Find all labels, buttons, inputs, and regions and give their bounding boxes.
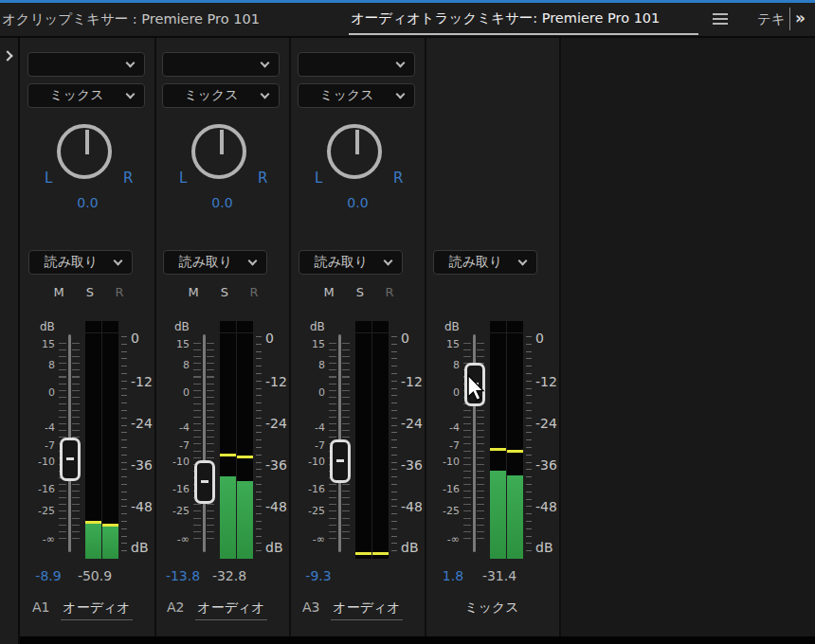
scale-label: -∞ bbox=[28, 532, 55, 547]
tab-audio-clip-mixer[interactable]: オクリップミキサー : Premiere Pro 101 bbox=[2, 10, 260, 28]
pan-knob[interactable] bbox=[57, 124, 112, 179]
track-name[interactable]: ミックス bbox=[444, 599, 539, 619]
effects-rack-collapse-rail bbox=[0, 38, 20, 644]
scale-label: -36 bbox=[131, 456, 153, 474]
volume-value[interactable]: -9.3 bbox=[293, 568, 344, 583]
automation-mode-value: 読み取り bbox=[179, 254, 252, 271]
bottom-scroll-track[interactable] bbox=[20, 636, 815, 644]
scale-label: -7 bbox=[163, 438, 190, 454]
scale-label: -24 bbox=[401, 415, 423, 432]
track-label-row: A3 オーディオ bbox=[291, 599, 425, 622]
scale-label: dB bbox=[401, 539, 419, 556]
meter-ticks bbox=[391, 336, 397, 558]
panel-menu-icon[interactable] bbox=[713, 13, 728, 15]
clip-indicator-left[interactable] bbox=[85, 321, 101, 332]
output-assignment-value: ミックス bbox=[49, 87, 122, 104]
peak-hold-line bbox=[220, 454, 236, 456]
track-name[interactable]: オーディオ bbox=[195, 599, 267, 620]
level-meter-left bbox=[220, 333, 236, 559]
scale-label: 0 bbox=[28, 385, 55, 401]
scale-label: 8 bbox=[299, 358, 325, 373]
record-arm-button[interactable]: R bbox=[115, 285, 123, 299]
level-meter-right bbox=[507, 333, 523, 559]
scale-label: -7 bbox=[433, 438, 460, 454]
scale-label: -10 bbox=[433, 455, 460, 470]
track-label-row: A1 オーディオ bbox=[21, 599, 154, 622]
solo-button[interactable]: S bbox=[86, 285, 94, 299]
clip-indicator-right[interactable] bbox=[507, 321, 523, 332]
track-number: A1 bbox=[32, 599, 49, 615]
fader-handle[interactable] bbox=[194, 460, 215, 504]
clip-indicator-right[interactable] bbox=[237, 321, 253, 332]
solo-button[interactable]: S bbox=[356, 285, 364, 299]
scale-label: -∞ bbox=[433, 532, 460, 547]
meter-ticks bbox=[256, 336, 262, 558]
clip-indicator-left[interactable] bbox=[490, 321, 506, 332]
scale-label: -12 bbox=[401, 373, 423, 390]
scale-label: -48 bbox=[535, 498, 557, 515]
automation-mode-value: 読み取り bbox=[449, 254, 522, 271]
clip-indicator-left[interactable] bbox=[220, 321, 236, 332]
scale-label: -∞ bbox=[299, 532, 325, 547]
fader-scale-labels: 1580-4-7-10-16-25-∞ bbox=[299, 38, 325, 636]
scale-label: -36 bbox=[535, 456, 557, 474]
automation-mode-value: 読み取り bbox=[315, 254, 388, 271]
scale-label: -10 bbox=[28, 455, 55, 470]
peak-hold-line bbox=[507, 450, 523, 453]
scale-label: -4 bbox=[433, 420, 460, 436]
scale-label: 15 bbox=[163, 337, 190, 352]
peak-value: -32.8 bbox=[201, 568, 258, 583]
clip-indicator-right[interactable] bbox=[372, 321, 389, 332]
meter-ticks bbox=[121, 336, 127, 558]
fader-scale-labels: 1580-4-7-10-16-25-∞ bbox=[163, 38, 190, 636]
scale-label: -25 bbox=[163, 504, 190, 519]
fader-ticks-left bbox=[193, 343, 201, 544]
fader-handle[interactable] bbox=[330, 439, 351, 483]
scale-label: 15 bbox=[299, 337, 325, 352]
level-meter-left bbox=[85, 333, 101, 559]
expand-chevron-icon[interactable] bbox=[2, 50, 12, 61]
scale-label: -4 bbox=[299, 420, 325, 436]
mute-button[interactable]: M bbox=[53, 285, 63, 299]
mixer-channel-strip: 読み取り dB 1580-4-7-10-16-25-∞ 0-12-24-36-4… bbox=[426, 38, 559, 636]
overflow-chevron-icon[interactable]: » bbox=[795, 9, 806, 27]
record-arm-button[interactable]: R bbox=[249, 285, 258, 299]
track-name[interactable]: オーディオ bbox=[331, 599, 403, 620]
track-name[interactable]: オーディオ bbox=[61, 599, 133, 620]
automation-mode-value: 読み取り bbox=[45, 254, 118, 271]
scale-label: 0 bbox=[163, 385, 190, 401]
mute-button[interactable]: M bbox=[188, 285, 198, 299]
scale-label: -4 bbox=[28, 420, 55, 436]
pan-knob-pointer bbox=[355, 130, 359, 154]
fader-ticks-right bbox=[207, 343, 214, 544]
mixer-channel-strip: ミックス L R 0.0 読み取り M S R dB 1580-4-7-10-1… bbox=[155, 38, 289, 636]
scale-label: -24 bbox=[535, 415, 557, 432]
scale-label: -36 bbox=[265, 456, 287, 474]
empty-panel-area bbox=[561, 38, 815, 636]
scale-label: -7 bbox=[299, 438, 325, 454]
clip-indicator-left[interactable] bbox=[355, 321, 371, 332]
clip-indicator-right[interactable] bbox=[102, 321, 118, 332]
scale-label: -4 bbox=[163, 420, 190, 436]
scale-label: -16 bbox=[28, 482, 55, 497]
tab-text-panel[interactable]: テキ bbox=[757, 10, 786, 28]
level-bar bbox=[507, 475, 523, 559]
mute-button[interactable]: M bbox=[323, 285, 334, 299]
peak-hold-line bbox=[490, 448, 506, 451]
scale-label: 0 bbox=[433, 385, 460, 401]
fader-track[interactable] bbox=[203, 334, 206, 552]
fader-handle[interactable] bbox=[60, 438, 81, 481]
scale-label: 0 bbox=[401, 330, 409, 347]
scale-label: -∞ bbox=[163, 532, 190, 547]
record-arm-button[interactable]: R bbox=[385, 285, 393, 299]
level-bar bbox=[85, 524, 101, 559]
pan-knob[interactable] bbox=[327, 124, 382, 179]
audio-track-mixer-panel: オクリップミキサー : Premiere Pro 101 オーディオトラックミキ… bbox=[0, 0, 815, 644]
scale-label: dB bbox=[131, 539, 149, 556]
scale-label: -24 bbox=[265, 415, 287, 432]
tab-audio-track-mixer[interactable]: オーディオトラックミキサー: Premiere Pro 101 bbox=[351, 9, 660, 27]
solo-button[interactable]: S bbox=[221, 285, 228, 299]
panel-tab-bar: オクリップミキサー : Premiere Pro 101 オーディオトラックミキ… bbox=[0, 0, 815, 38]
pan-knob[interactable] bbox=[191, 124, 246, 179]
scale-label: -16 bbox=[163, 482, 190, 497]
